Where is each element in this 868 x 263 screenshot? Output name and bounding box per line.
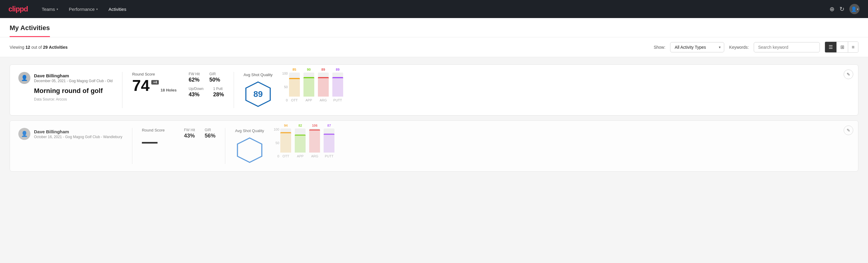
chart-x-label: APP (306, 98, 312, 102)
activity-card: 👤 Dave Billingham October 16, 2021 - Gog… (10, 120, 858, 172)
bar-accent (280, 132, 291, 133)
filter-right: Show: All Activity Types Keywords: ☰ ⊞ ≡ (654, 41, 858, 53)
viewing-text: Viewing 12 out of 29 Activities (10, 45, 646, 50)
nav-links: Teams ▾ Performance ▾ Activities (38, 4, 820, 14)
bar-container (318, 72, 329, 96)
chart-y-labels: 100500 (274, 128, 279, 158)
filter-bar: Viewing 12 out of 29 Activities Show: Al… (0, 37, 868, 57)
bar-accent (289, 78, 300, 79)
bar-fill (304, 77, 314, 96)
bar-value: 106 (312, 124, 317, 127)
bar-value: 85 (292, 68, 296, 71)
chart-group: 89 ARG (318, 68, 329, 102)
user-chevron-icon: ▾ (857, 7, 858, 11)
activities-list: 👤 Dave Billingham December 05, 2021 - Go… (0, 57, 868, 179)
show-label: Show: (654, 45, 665, 50)
round-score-block: Round Score — (142, 128, 172, 149)
gir-label: GIR (209, 72, 220, 76)
avg-shot-quality-label: Avg Shot Quality (244, 72, 273, 77)
bar-accent (295, 135, 306, 136)
updown-label: Up/Down (189, 87, 203, 91)
oneputt-value: 28% (213, 91, 224, 98)
gir-stat: GIR 50% (209, 72, 220, 83)
bar-accent (332, 77, 343, 78)
edit-button[interactable]: ✎ (844, 125, 853, 135)
bar-fill (295, 135, 306, 152)
chart-y-label: 0 (286, 99, 288, 102)
page-header: My Activities (0, 18, 868, 37)
oneputt-stat: 1 Putt 28% (213, 87, 224, 98)
score-badge: +4 (151, 80, 159, 85)
edit-button[interactable]: ✎ (844, 69, 853, 79)
chart-group: 87 PUTT (323, 124, 335, 158)
score-number: 74 (132, 78, 150, 93)
user-avatar: 👤 (18, 72, 30, 84)
activity-type-select-wrap[interactable]: All Activity Types (670, 42, 724, 52)
user-date: December 05, 2021 - Gog Magog Golf Club … (34, 79, 113, 83)
page-title-wrap: My Activities (10, 18, 50, 37)
bar-container (304, 72, 314, 96)
nav-item-activities[interactable]: Activities (104, 4, 130, 14)
refresh-icon[interactable]: ↻ (839, 5, 844, 12)
chart-x-label: ARG (320, 98, 327, 102)
updown-stat: Up/Down 43% (189, 87, 203, 98)
oneputt-label: 1 Putt (213, 87, 224, 91)
chart-groups: 85 OTT 90 APP 89 (289, 72, 343, 102)
card-stats: Round Score — FW Hit 43% GIR 56% (142, 128, 216, 149)
user-name: Dave Billingham (34, 73, 113, 78)
bar-container (289, 72, 300, 96)
grid-view-button[interactable]: ⊞ (837, 42, 848, 52)
bar-accent (304, 77, 314, 78)
fw-hit-stat: FW Hit 62% (189, 72, 200, 83)
chart-group: 85 OTT (289, 68, 300, 102)
hexagon (236, 137, 263, 164)
card-divider-2 (225, 128, 225, 164)
bar-value: 94 (284, 124, 287, 127)
round-score-label: Round Score (142, 128, 172, 133)
bar-chart: 100500 85 OTT 90 (282, 72, 343, 108)
bar-value: 82 (298, 124, 302, 127)
nav-item-teams[interactable]: Teams ▾ (38, 4, 62, 14)
nav-item-performance[interactable]: Performance ▾ (65, 4, 102, 14)
bar-container (332, 72, 343, 96)
bar-fill (332, 77, 343, 96)
round-score-value: — (142, 134, 172, 149)
user-row: 👤 Dave Billingham October 16, 2021 - Gog… (18, 128, 122, 140)
chart-y-label: 100 (274, 128, 279, 131)
performance-chevron-icon: ▾ (96, 7, 98, 11)
brand-logo[interactable]: clippd (8, 5, 28, 13)
viewing-total: 29 (43, 45, 48, 50)
navbar-right: ⊕ ↻ 👤 ▾ (830, 4, 860, 14)
fw-hit-label: FW Hit (189, 72, 200, 76)
quality-section: Avg Shot Quality (235, 128, 264, 164)
list-icon: ☰ (829, 44, 833, 50)
search-input[interactable] (754, 42, 820, 52)
hexagon-wrap: 89 (244, 81, 273, 108)
activity-card: 👤 Dave Billingham December 05, 2021 - Go… (10, 64, 858, 116)
gir-label: GIR (205, 128, 215, 132)
fw-hit-stat: FW Hit 43% (184, 128, 195, 139)
list-view-button[interactable]: ☰ (825, 42, 837, 52)
activity-type-select[interactable]: All Activity Types (670, 42, 724, 52)
user-icon: 👤 (851, 6, 857, 12)
bar-fill (280, 132, 291, 152)
bar-chart: 100500 94 OTT 82 (274, 128, 335, 164)
bar-container (323, 128, 335, 152)
chart-group: 89 PUTT (332, 68, 343, 102)
chart-y-label: 50 (276, 141, 279, 145)
chart-groups: 94 OTT 82 APP 106 (280, 128, 335, 158)
teams-chevron-icon: ▾ (57, 7, 58, 11)
compact-icon: ≡ (852, 45, 855, 50)
chart-y-label: 0 (277, 155, 279, 158)
user-avatar[interactable]: 👤 ▾ (849, 4, 860, 14)
chart-x-label: ARG (311, 154, 318, 158)
card-quality: Avg Shot Quality 100500 94 (235, 128, 850, 164)
hexagon-wrap (235, 137, 264, 164)
chart-x-label: PUTT (325, 154, 334, 158)
card-left: 👤 Dave Billingham December 05, 2021 - Go… (18, 72, 113, 101)
compact-view-button[interactable]: ≡ (848, 42, 858, 52)
card-divider (122, 72, 122, 108)
bar-accent (318, 77, 329, 78)
bar-fill (323, 134, 335, 152)
add-icon[interactable]: ⊕ (830, 5, 835, 12)
